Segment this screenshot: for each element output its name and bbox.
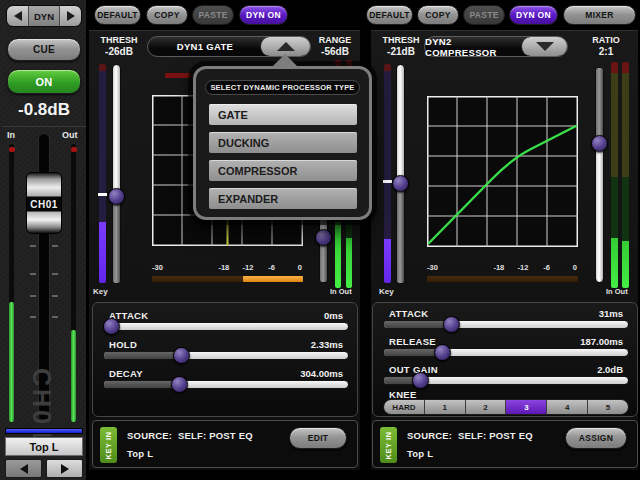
in-clip-indicator [9,147,15,152]
channel-name-plate: Top L [5,437,83,456]
dyn2-thresh-readout: THRESH -21dB [374,35,428,57]
dyn1-decay-slider[interactable] [103,380,349,389]
popup-item-compressor[interactable]: COMPRESSOR [209,160,357,181]
dyn2-ratio-readout: RATIO 2:1 [578,35,634,57]
dyn2-type-selector[interactable]: DYN2 COMPRESSOR [424,36,568,57]
dyn2-key-meter [384,64,391,283]
scale-tick: -12 [243,263,254,272]
knee-1-button[interactable]: 1 [425,400,466,414]
fader-knob[interactable]: CH01 [26,172,62,234]
dyn1-type-label: DYN1 GATE [148,37,262,56]
fader-tick [30,245,36,247]
popup-item-expander[interactable]: EXPANDER [209,188,357,209]
dyn2-on-button[interactable]: DYN ON [509,5,558,25]
scale-tick: -30 [427,263,438,272]
knee-4-button[interactable]: 4 [547,400,588,414]
dyn1-keyin-edit-button[interactable]: EDIT [289,427,347,449]
slider-fill [104,381,180,388]
dyn2-thresh-knob[interactable] [392,175,409,192]
dyn2-compressor-curve [429,126,576,243]
mixer-button[interactable]: MIXER [563,5,636,25]
dyn2-key-threshold-marker [383,180,392,183]
dyn2-release-knob[interactable] [434,344,451,361]
dyn2-paste-button[interactable]: PASTE [463,5,505,25]
dyn2-type-open-button[interactable] [521,37,567,56]
knee-5-button[interactable]: 5 [588,400,628,414]
cue-button[interactable]: CUE [7,38,81,61]
dyn2-inout-label: In Out [606,287,628,296]
dyn2-thresh-slider[interactable] [396,64,405,284]
channel-color-bar [5,428,83,434]
dyn2-thresh-fill [397,183,404,283]
channel-next-button[interactable] [46,459,83,478]
dyn2-attack-slider[interactable] [383,320,629,329]
knee-2-button[interactable]: 2 [466,400,507,414]
release-label: RELEASE [389,336,436,347]
outgain-value: 2.0dB [597,364,623,375]
range-label: RANGE [312,35,358,46]
dyn2-params-box: ATTACK 31ms RELEASE 187.00ms OUT GAIN 2.… [372,302,638,417]
dyn1-key-meter [99,64,106,283]
fader-tick [30,295,36,297]
popup-item-gate[interactable]: GATE [209,104,357,125]
nav-next-button[interactable] [60,6,81,26]
dyn2-release-slider[interactable] [383,348,629,357]
dyn1-hold-slider[interactable] [103,351,349,360]
right-arrow-icon [67,11,75,21]
thresh-label: THRESH [374,35,428,46]
dyn2-ratio-fill [596,68,603,143]
dyn2-gr-meter [427,276,578,282]
out-meter-level [71,330,76,422]
outgain-label: OUT GAIN [389,364,438,375]
dyn1-meter-scale: -30 -18 -12 -6 0 [152,263,303,273]
range-value: -56dB [312,46,358,57]
on-button[interactable]: ON [7,69,81,94]
dynamics-screen: DYN CUE ON -0.8dB In Out CH01 CH01 Top L [0,0,640,480]
nav-prev-button[interactable] [7,6,28,26]
dyn1-paste-button[interactable]: PASTE [192,5,234,25]
fader-tick [52,273,58,275]
knee-3-button[interactable]: 3 [506,400,547,414]
dyn2-transfer-graph [427,96,578,247]
decay-label: DECAY [109,368,143,379]
dyn2-attack-knob[interactable] [443,316,460,333]
dyn2-outgain-knob[interactable] [412,372,429,389]
dyn1-range-knob[interactable] [315,229,332,246]
dyn1-attack-slider[interactable] [103,322,349,331]
out-clip-indicator [71,147,77,152]
dyn1-thresh-knob[interactable] [108,188,125,205]
dyn1-hold-knob[interactable] [173,347,190,364]
dyn2-meter-scale: -30 -18 -12 -6 0 [427,263,578,273]
dyn1-decay-knob[interactable] [171,376,188,393]
dyn2-key-label: Key [379,287,394,296]
dyn2-default-button[interactable]: DEFAULT [366,5,413,25]
dyn2-outgain-slider[interactable] [383,376,629,385]
fader-tick [30,316,36,318]
fader-tick [30,273,36,275]
dyn1-on-button[interactable]: DYN ON [239,5,288,25]
scale-tick: -30 [152,263,163,272]
fader-tick [52,316,58,318]
dyn2-keyin-assign-button[interactable]: ASSIGN [565,427,627,449]
channel-prev-button[interactable] [5,459,42,478]
dyn2-keyin-name: Top L [407,448,433,459]
dyn1-inout-label: In Out [330,287,352,296]
popup-item-ducking[interactable]: DUCKING [209,132,357,153]
processor-type-popup: SELECT DYNAMIC PROCESSOR TYPE GATE DUCKI… [193,66,372,220]
scale-tick: 0 [573,263,577,272]
dyn1-attack-knob[interactable] [103,318,120,335]
scale-tick: 0 [298,263,302,272]
dyn2-ratio-slider[interactable] [595,67,604,283]
dyn1-default-button[interactable]: DEFAULT [94,5,141,25]
dyn1-thresh-slider[interactable] [112,64,121,284]
dyn2-ratio-knob[interactable] [591,135,608,152]
channel-strip-sidebar: DYN CUE ON -0.8dB In Out CH01 CH01 Top L [0,0,88,480]
dyn2-copy-button[interactable]: COPY [417,5,459,25]
dyn1-copy-button[interactable]: COPY [146,5,188,25]
divider [2,126,86,127]
slider-fill [104,352,182,359]
popup-title: SELECT DYNAMIC PROCESSOR TYPE [205,80,360,95]
hold-value: 2.33ms [311,339,343,350]
knee-hard-button[interactable]: HARD [384,400,425,414]
scale-tick: -18 [493,263,504,272]
